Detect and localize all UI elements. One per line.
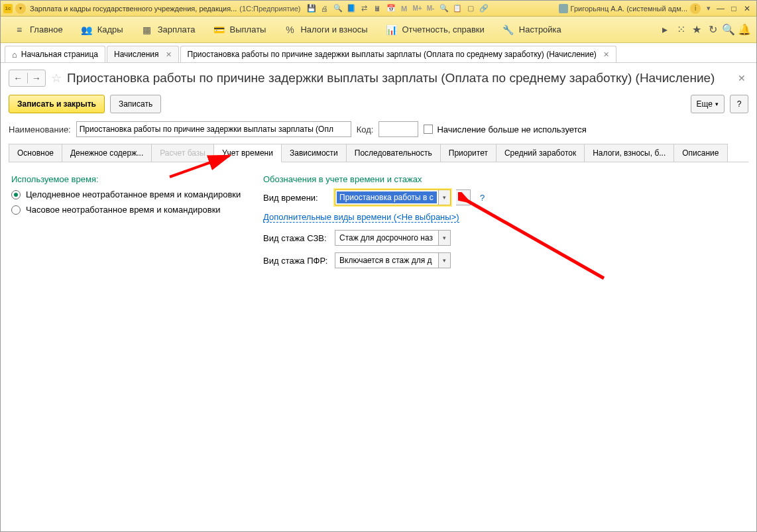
app-suffix: (1С:Предприятие) <box>239 5 300 13</box>
open-icon[interactable]: ↗ <box>456 190 470 205</box>
percent-icon: % <box>284 25 295 35</box>
unused-checkbox[interactable]: Начисление больше не используется <box>424 125 586 134</box>
kind-open-button[interactable]: ↗ <box>456 189 471 205</box>
menu-icon: ≡ <box>14 25 25 35</box>
maximize-button[interactable]: □ <box>727 3 740 14</box>
tab-nachisleniya[interactable]: Начисления ✕ <box>107 46 179 62</box>
page-close-icon[interactable]: ✕ <box>735 70 748 86</box>
home-icon: ⌂ <box>12 50 17 60</box>
people-icon: 👥 <box>82 25 92 35</box>
nav-main[interactable]: ≡Главное <box>5 17 72 42</box>
itab-posledovatelnost[interactable]: Последовательность <box>346 144 441 162</box>
app-title: Зарплата и кадры государственного учрежд… <box>30 5 237 13</box>
time-tab-pane: Используемое время: Целодневное неотрабо… <box>9 170 748 279</box>
radio-hourly[interactable]: Часовое неотработанное время и командиро… <box>11 205 243 215</box>
nav-zarplata[interactable]: ▦Зарплата <box>133 17 205 42</box>
titlebar: 1c ▾ Зарплата и кадры государственного у… <box>1 1 756 17</box>
szv-combo[interactable]: Стаж для досрочного наз ▾ <box>335 230 451 246</box>
designation-title: Обозначения в учете времени и стажах <box>263 174 746 184</box>
m-icon[interactable]: M <box>399 3 410 14</box>
tab-home[interactable]: ⌂ Начальная страница <box>5 46 105 62</box>
save-icon[interactable]: 💾 <box>306 3 317 14</box>
itab-sredniy[interactable]: Средний заработок <box>496 144 585 162</box>
pfr-combo[interactable]: Включается в стаж для д ▾ <box>335 252 451 268</box>
nav-nastroyka[interactable]: 🔧Настройка <box>494 17 571 42</box>
preview-icon[interactable]: 🔍 <box>333 3 343 14</box>
nav-vyplaty[interactable]: 💳Выплаты <box>205 17 276 42</box>
forward-icon[interactable]: → <box>28 73 46 83</box>
app-menu-dropdown[interactable]: ▾ <box>15 3 26 14</box>
nav-arrows[interactable]: ← → <box>9 70 46 87</box>
help-button[interactable]: ? <box>730 95 748 113</box>
kind-value: Приостановка работы в с <box>337 191 437 203</box>
pfr-label: Вид стажа ПФР: <box>263 256 329 266</box>
nav-expand-icon[interactable]: ▸ <box>657 22 673 38</box>
itab-raschet[interactable]: Расчет базы <box>151 144 214 162</box>
more-button[interactable]: Еще <box>691 95 725 113</box>
window-tabs: ⌂ Начальная страница Начисления ✕ Приост… <box>1 43 756 63</box>
window-icon[interactable]: ▢ <box>465 3 476 14</box>
close-button[interactable]: ✕ <box>740 3 754 14</box>
link-icon[interactable]: 🔗 <box>479 3 489 14</box>
kind-combo[interactable]: Приостановка работы в с ▾ <box>335 189 451 205</box>
compare-icon[interactable]: ⇄ <box>359 3 370 14</box>
minimize-button[interactable]: — <box>714 3 727 14</box>
table-icon: ▦ <box>142 25 152 35</box>
save-close-button[interactable]: Записать и закрыть <box>9 95 105 113</box>
back-icon[interactable]: ← <box>9 73 28 83</box>
itab-uchet-vremeni[interactable]: Учет времени <box>213 144 282 162</box>
used-time-title: Используемое время: <box>11 174 243 184</box>
apps-icon[interactable]: ⁙ <box>673 22 689 38</box>
user-icon <box>559 4 568 13</box>
dropdown-icon[interactable]: ▾ <box>438 190 450 205</box>
nav-otchetnost[interactable]: 📊Отчетность, справки <box>377 17 494 42</box>
dropdown-icon[interactable]: ▾ <box>438 231 450 245</box>
tab-current[interactable]: Приостановка работы по причине задержки … <box>180 46 616 62</box>
calendar-icon[interactable]: 📅 <box>386 3 396 14</box>
code-input[interactable] <box>378 121 418 137</box>
szv-value: Стаж для досрочного наз <box>335 233 438 242</box>
info-dropdown[interactable]: ▾ <box>703 3 714 14</box>
m-minus-icon[interactable]: M- <box>426 3 436 14</box>
nav-nalogi[interactable]: %Налоги и взносы <box>275 17 377 42</box>
page-title: Приостановка работы по причине задержки … <box>67 71 730 85</box>
itab-prioritet[interactable]: Приоритет <box>440 144 496 162</box>
tab-close-icon[interactable]: ✕ <box>166 50 172 59</box>
name-label: Наименование: <box>9 125 71 134</box>
bell-icon[interactable]: 🔔 <box>736 22 752 38</box>
app-logo-icon: 1c <box>3 4 13 13</box>
itab-denezhnoe[interactable]: Денежное содерж... <box>62 144 152 162</box>
search-icon[interactable]: 🔍 <box>721 22 736 38</box>
nav-kadry[interactable]: 👥Кадры <box>72 17 133 42</box>
itab-osnovnoe[interactable]: Основное <box>9 144 62 162</box>
radio-daily[interactable]: Целодневное неотработанное время и коман… <box>11 189 243 199</box>
info-icon[interactable]: i <box>690 3 701 14</box>
kind-help-icon[interactable]: ? <box>480 193 485 203</box>
dropdown-icon[interactable]: ▾ <box>438 253 450 268</box>
m-plus-icon[interactable]: M+ <box>412 3 423 14</box>
print-icon[interactable]: 🖨 <box>320 3 330 14</box>
szv-label: Вид стажа СЗВ: <box>263 233 329 243</box>
calculator-icon[interactable]: 🖩 <box>373 3 383 14</box>
user-name: Григорьянц А.А. (системный адм... <box>571 5 687 13</box>
content-area: ← → ☆ Приостановка работы по причине зад… <box>1 63 756 531</box>
user-info[interactable]: Григорьянц А.А. (системный адм... <box>559 4 687 13</box>
zoom-icon[interactable]: 🔍 <box>439 3 449 14</box>
kind-label: Вид времени: <box>263 193 329 203</box>
history-icon[interactable]: ↻ <box>705 22 721 38</box>
itab-zavisimosti[interactable]: Зависимости <box>281 144 347 162</box>
tab-close-icon[interactable]: ✕ <box>603 50 609 59</box>
star-icon[interactable]: ★ <box>689 22 705 38</box>
itab-nalogi[interactable]: Налоги, взносы, б... <box>584 144 674 162</box>
name-input[interactable] <box>76 121 351 137</box>
itab-opisanie[interactable]: Описание <box>673 144 727 162</box>
card-icon: 💳 <box>214 25 225 35</box>
inner-tabs: Основное Денежное содерж... Расчет базы … <box>9 144 748 162</box>
additional-kinds-link[interactable]: Дополнительные виды времени (<Не выбраны… <box>263 212 459 223</box>
copy-icon[interactable]: 📋 <box>452 3 463 14</box>
checkbox-icon <box>424 125 433 134</box>
wrench-icon: 🔧 <box>503 25 514 35</box>
save-button[interactable]: Записать <box>110 95 161 113</box>
favorite-star-icon[interactable]: ☆ <box>51 71 62 85</box>
pfr-value: Включается в стаж для д <box>335 256 438 265</box>
